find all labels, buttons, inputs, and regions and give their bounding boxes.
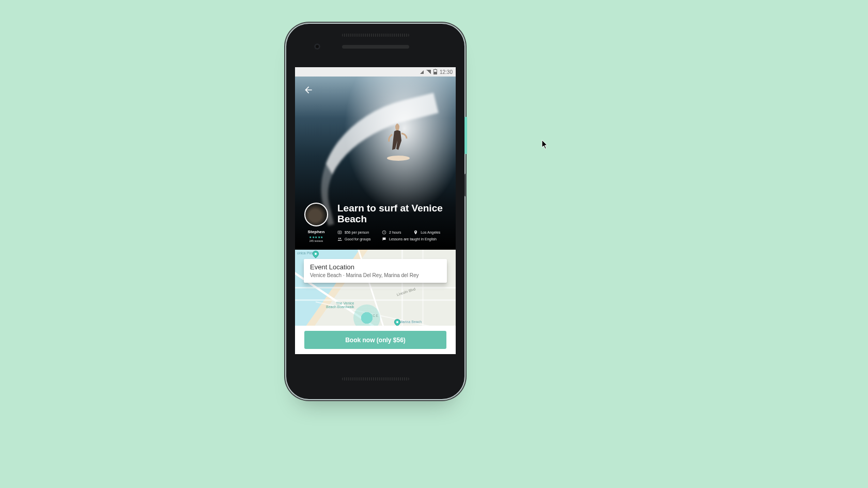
meta-language: Lessons are taught in English <box>382 237 446 241</box>
hero-info-row: Stephen ★★★★★ 245 reviews Learn to surf … <box>295 203 456 242</box>
host-block[interactable]: Stephen ★★★★★ 245 reviews <box>304 203 328 242</box>
map-road <box>295 299 456 301</box>
chat-icon <box>382 237 386 241</box>
cell-signal-icon <box>426 70 431 74</box>
meta-duration: 2 hours <box>382 230 407 235</box>
phone-device-frame: 12:30 Stephen ★★★★★ <box>286 24 464 399</box>
phone-front-camera <box>314 43 320 50</box>
mouse-cursor-icon <box>541 140 549 150</box>
host-rating-stars: ★★★★★ <box>304 235 328 239</box>
map-label-pier: onica Pier <box>297 251 313 255</box>
host-name: Stephen <box>304 230 328 234</box>
book-now-button[interactable]: Book now (only $56) <box>304 331 446 349</box>
hero-surfer-graphic <box>385 121 410 161</box>
location-pin-icon <box>413 230 418 235</box>
back-arrow-icon <box>303 85 314 95</box>
battery-icon <box>433 69 437 74</box>
location-card[interactable]: Event Location Venice Beach · Marina Del… <box>304 259 447 283</box>
cta-bar: Book now (only $56) <box>295 326 456 354</box>
svg-rect-1 <box>338 231 342 233</box>
clock-icon <box>382 230 386 235</box>
meta-duration-text: 2 hours <box>389 231 401 234</box>
back-button[interactable] <box>302 84 315 96</box>
meta-grid: $56 per person 2 hours Los Angeles <box>337 230 446 241</box>
location-card-address: Venice Beach · Marina Del Rey, Marina de… <box>310 272 441 278</box>
host-reviews-count: 245 reviews <box>304 239 328 242</box>
status-time: 12:30 <box>440 69 453 75</box>
svg-point-0 <box>387 156 410 161</box>
meta-groups: Good for groups <box>337 237 376 241</box>
group-icon <box>337 237 342 241</box>
svg-point-2 <box>339 232 340 233</box>
meta-city-text: Los Angeles <box>421 231 440 234</box>
meta-language-text: Lessons are taught in English <box>389 237 437 241</box>
meta-groups-text: Good for groups <box>345 237 371 241</box>
page-title: Learn to surf at Venice Beach <box>337 203 446 225</box>
phone-earpiece <box>342 45 409 49</box>
android-status-bar: 12:30 <box>295 67 456 77</box>
meta-price: $56 per person <box>337 230 376 235</box>
meta-price-text: $56 per person <box>345 231 369 234</box>
map-view[interactable]: onica Pier The Venice Beach Boardwalk VE… <box>295 250 456 326</box>
host-avatar <box>304 203 328 226</box>
phone-top-speaker <box>342 34 409 37</box>
svg-point-4 <box>338 237 339 238</box>
map-label-lincoln: Lincoln Blvd <box>396 287 416 296</box>
wifi-icon <box>420 70 424 74</box>
hero-image: Stephen ★★★★★ 245 reviews Learn to surf … <box>295 77 456 250</box>
hero-title-block: Learn to surf at Venice Beach $56 per pe… <box>337 203 446 242</box>
svg-point-5 <box>340 237 341 238</box>
map-label-marina: Marina Beach <box>399 320 422 324</box>
price-tag-icon <box>337 230 342 235</box>
location-card-title: Event Location <box>310 263 441 271</box>
phone-bottom-speaker <box>342 377 409 380</box>
map-label-boardwalk: The Venice Beach Boardwalk <box>326 301 354 309</box>
meta-city: Los Angeles <box>413 230 446 235</box>
map-road <box>295 287 456 288</box>
phone-screen: 12:30 Stephen ★★★★★ <box>295 67 456 354</box>
